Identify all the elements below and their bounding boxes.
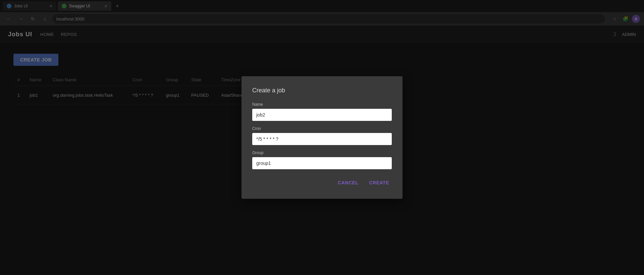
name-input[interactable] [252, 109, 392, 121]
modal-actions: CANCEL CREATE [252, 177, 392, 188]
name-label: Name [252, 102, 392, 107]
group-label: Group [252, 150, 392, 155]
modal-create-button[interactable]: CREATE [366, 177, 392, 188]
group-input[interactable] [252, 157, 392, 169]
modal-overlay[interactable]: Create a job Name Cron Group CANCEL CREA… [0, 0, 644, 275]
modal-cancel-button[interactable]: CANCEL [335, 177, 361, 188]
modal-title: Create a job [252, 87, 392, 94]
group-form-group: Group [252, 150, 392, 169]
cron-label: Cron [252, 126, 392, 131]
cron-input[interactable] [252, 133, 392, 145]
cron-form-group: Cron [252, 126, 392, 145]
name-form-group: Name [252, 102, 392, 121]
create-job-modal: Create a job Name Cron Group CANCEL CREA… [241, 76, 402, 199]
